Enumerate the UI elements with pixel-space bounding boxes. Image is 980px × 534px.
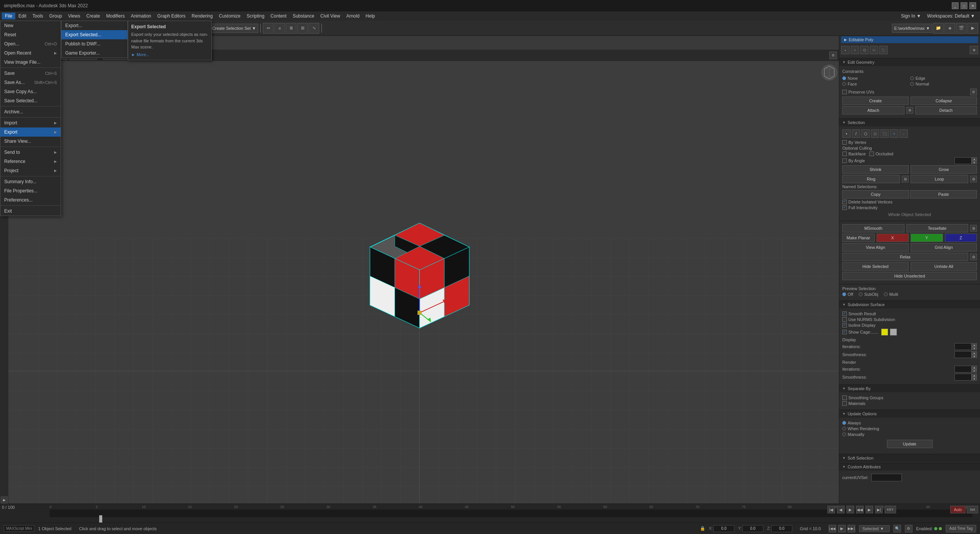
update-options-title[interactable]: Update Options <box>839 410 980 418</box>
loop-btn[interactable]: Loop <box>911 175 968 183</box>
border-mode-btn[interactable]: ⬡ <box>860 46 869 54</box>
menu-file-props[interactable]: File Properties... <box>0 186 61 195</box>
occluded-check[interactable]: Occluded <box>869 152 893 156</box>
full-interactivity-check[interactable]: Full Interactivity <box>842 205 977 210</box>
window-controls[interactable]: _ □ ✕ <box>952 2 976 9</box>
y-axis-btn[interactable]: Y <box>911 234 943 242</box>
menu-edit[interactable]: Edit <box>15 13 29 19</box>
preview-subobj[interactable]: SubObj <box>859 292 878 297</box>
modifier-editable-poly[interactable]: Editable Poly <box>841 36 978 43</box>
menu-send-to[interactable]: Send to ▶ <box>0 148 61 157</box>
maximize-button[interactable]: □ <box>961 2 967 9</box>
sign-in-button[interactable]: Sign In ▼ <box>898 13 924 19</box>
open-path-btn[interactable]: 📁 <box>933 23 944 34</box>
cage-color-1[interactable] <box>881 329 888 336</box>
make-planar-btn[interactable]: Make Planar <box>842 234 875 242</box>
menu-rendering[interactable]: Rendering <box>188 13 216 19</box>
attach-btn[interactable]: Attach <box>842 106 904 115</box>
sel-edge-btn[interactable]: / <box>852 129 860 138</box>
sel-vertex-btn[interactable]: • <box>842 129 851 138</box>
maxscript-mini[interactable]: MAXScript Mini <box>4 525 34 532</box>
render-iterations-spinner[interactable]: 1 ▲ ▼ <box>954 366 977 373</box>
display-smooth-up[interactable]: ▲ <box>972 351 977 355</box>
ring-btn[interactable]: Ring <box>842 175 900 183</box>
menu-substance[interactable]: Substance <box>290 13 317 19</box>
angle-up[interactable]: ▲ <box>972 157 977 161</box>
menu-reference[interactable]: Reference ▶ <box>0 157 61 166</box>
menu-civil-view[interactable]: Civil View <box>317 13 343 19</box>
play-reverse-btn[interactable]: ◀◀ <box>856 506 864 513</box>
create-btn[interactable]: Create <box>842 97 909 105</box>
sidebar-bottom-btn[interactable]: ▶ <box>1 497 8 503</box>
menu-archive[interactable]: Archive... <box>0 107 61 116</box>
by-angle-check[interactable]: By Angle <box>842 158 865 163</box>
menu-summary[interactable]: Summary Info... <box>0 177 61 186</box>
detach-btn[interactable]: Detach <box>915 106 977 115</box>
preserve-uvs-check[interactable]: Preserve UVs <box>842 90 874 94</box>
next-frame-btn[interactable]: ▶ <box>866 506 873 513</box>
collapse-btn[interactable]: Collapse <box>911 97 977 105</box>
menu-group[interactable]: Group <box>46 13 65 19</box>
tessellate-settings-btn[interactable]: ⚙ <box>970 225 977 232</box>
key-filters-btn[interactable]: |◀◀ <box>829 525 836 532</box>
prev-frame-btn[interactable]: ◀ <box>837 506 845 513</box>
preview-off[interactable]: Off <box>842 292 853 297</box>
display-iter-down[interactable]: ▼ <box>972 347 977 350</box>
selected-dropdown[interactable]: Selected ▼ <box>859 525 890 532</box>
render-smooth-up[interactable]: ▲ <box>972 374 977 377</box>
menu-save-as[interactable]: Save As... Shift+Ctrl+S <box>0 78 61 87</box>
sel-element-btn[interactable]: ⬛ <box>880 129 889 138</box>
go-start-btn[interactable]: |◀ <box>827 506 835 513</box>
grow-btn[interactable]: Grow <box>911 165 977 174</box>
menu-content[interactable]: Content <box>267 13 290 19</box>
render-iter-down[interactable]: ▼ <box>972 369 977 373</box>
menu-create[interactable]: Create <box>83 13 103 19</box>
selection-title[interactable]: Selection <box>839 119 980 126</box>
export-export[interactable]: Export... <box>61 21 127 30</box>
menu-new[interactable]: New <box>0 21 61 30</box>
edge-mode-btn[interactable]: / <box>851 46 859 54</box>
current-uvset-input[interactable]: map1 <box>871 474 902 481</box>
materials-check[interactable]: Materials <box>842 401 977 406</box>
menu-tools[interactable]: Tools <box>29 13 46 19</box>
schematic-btn[interactable]: ⊞ <box>297 23 308 34</box>
tessellate-btn[interactable]: Tessellate <box>906 224 969 232</box>
mirror-btn[interactable]: ⇔ <box>263 23 274 34</box>
menu-animation[interactable]: Animation <box>128 13 154 19</box>
angle-down[interactable]: ▼ <box>972 161 977 164</box>
render-setup-btn[interactable]: 🎬 <box>956 23 967 34</box>
menu-arnold[interactable]: Arnold <box>343 13 363 19</box>
workspaces-dropdown[interactable]: Workspaces: Default ▼ <box>924 13 978 19</box>
menu-help[interactable]: Help <box>362 13 378 19</box>
export-selected[interactable]: Export Selected... <box>61 30 127 39</box>
show-cage-check[interactable]: Show Cage:...... <box>842 330 878 334</box>
delete-isolated-check[interactable]: Delete Isolated Vertices <box>842 200 977 204</box>
export-publish-dwf[interactable]: Publish to DWF... <box>61 39 127 48</box>
hide-unselected-btn[interactable]: Hide Unselected <box>842 272 977 280</box>
minimize-button[interactable]: _ <box>952 2 959 9</box>
separate-by-title[interactable]: Separate By <box>839 385 980 392</box>
constraint-normal[interactable]: Normal <box>910 82 977 86</box>
menu-graph-editors[interactable]: Graph Editors <box>154 13 188 19</box>
go-end-btn[interactable]: ▶| <box>875 506 883 513</box>
render-smoothness-spinner[interactable]: 1.0 ▲ ▼ <box>954 374 977 381</box>
cage-color-2[interactable] <box>890 329 897 336</box>
preserve-uvs-settings[interactable]: ⚙ <box>970 89 977 95</box>
render-smooth-value[interactable]: 1.0 <box>954 374 972 381</box>
view-align-btn[interactable]: View Align <box>842 243 909 252</box>
sel-grow-btn[interactable]: + <box>890 129 898 138</box>
close-button[interactable]: ✕ <box>969 2 976 9</box>
menu-view-image[interactable]: View Image File... <box>0 58 61 67</box>
angle-spinner[interactable]: 45.0 ▲ ▼ <box>954 157 977 164</box>
set-key-btn[interactable]: Set <box>967 506 978 513</box>
relax-settings-btn[interactable]: ⚙ <box>970 253 977 260</box>
z-coord-input[interactable] <box>771 525 792 532</box>
display-iter-up[interactable]: ▲ <box>972 343 977 347</box>
y-coord-input[interactable] <box>742 525 763 532</box>
display-smooth-value[interactable]: 1.0 <box>954 351 972 358</box>
x-coord-input[interactable] <box>713 525 734 532</box>
sel-border-btn[interactable]: ⬡ <box>861 129 870 138</box>
use-nurms-check[interactable]: Use NURMS Subdivision <box>842 317 977 322</box>
constraint-edge[interactable]: Edge <box>910 76 977 81</box>
menu-modifiers[interactable]: Modifiers <box>103 13 128 19</box>
